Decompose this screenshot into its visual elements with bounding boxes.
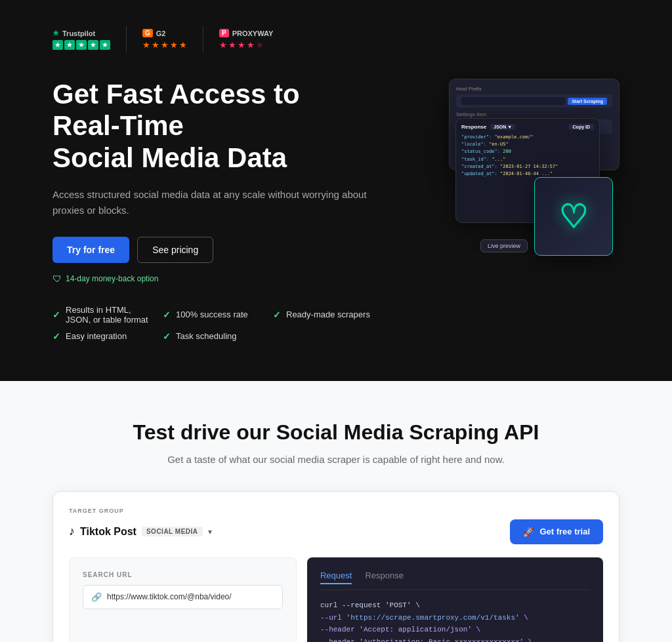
g2-stars: ★ ★ ★ ★ ★: [142, 40, 187, 50]
hero-content: Get Fast Access to Real-Time Social Medi…: [52, 79, 620, 342]
hero-cta-group: Try for free See pricing: [52, 237, 370, 263]
divider-2: [203, 26, 203, 52]
ratings-bar: ★ Trustpilot ★ ★ ★ ★ ★ G G2 ★ ★ ★ ★: [52, 26, 620, 52]
check-icon-5: ✓: [163, 331, 171, 342]
proxyway-stars: ★ ★ ★ ★ ★: [219, 40, 264, 50]
divider-1: [126, 26, 127, 52]
code-block: curl --request 'POST' \ --url 'https://s…: [320, 599, 590, 642]
g2-rating: G G2 ★ ★ ★ ★ ★: [142, 29, 187, 50]
check-icon-2: ✓: [163, 310, 171, 320]
see-pricing-button[interactable]: See pricing: [137, 237, 213, 263]
feature-5: ✓ Task scheduling: [163, 331, 260, 342]
demo-panels: SEARCH URL 🔗 Request Response curl --req…: [69, 557, 603, 642]
hero-section: ★ Trustpilot ★ ★ ★ ★ ★ G G2 ★ ★ ★ ★: [0, 0, 672, 381]
feature-4: ✓ Easy integration: [52, 331, 150, 342]
url-input[interactable]: [107, 592, 274, 601]
g2-label: G2: [156, 30, 166, 37]
code-panel: Request Response curl --request 'POST' \…: [307, 557, 603, 642]
demo-widget: TARGET GROUP ♪ Tiktok Post SOCIAL MEDIA …: [52, 491, 620, 642]
social-media-badge: SOCIAL MEDIA: [142, 527, 203, 536]
link-icon: 🔗: [91, 592, 102, 602]
target-group-row: ♪ Tiktok Post SOCIAL MEDIA ▾ 🚀 Get free …: [69, 519, 603, 544]
demo-section: Test drive our Social Media Scraping API…: [0, 381, 672, 642]
feature-3: ✓ Ready-made scrapers: [273, 305, 370, 325]
money-back-note: 🛡 14-day money-back option: [52, 273, 370, 284]
feature-1: ✓ Results in HTML, JSON, or table format: [52, 305, 150, 325]
proxyway-rating: P PROXYWAY ★ ★ ★ ★ ★: [219, 29, 273, 50]
ui-card-heart: ♡: [534, 177, 613, 256]
code-tabs: Request Response: [320, 571, 590, 590]
tab-response[interactable]: Response: [365, 571, 404, 584]
json-preview: "provider": "example.com/" "locale": "en…: [461, 134, 594, 178]
demo-section-subtitle: Get a taste of what our social media scr…: [52, 454, 620, 465]
trustpilot-rating: ★ Trustpilot ★ ★ ★ ★ ★: [52, 29, 110, 50]
demo-section-title: Test drive our Social Media Scraping API: [52, 420, 620, 445]
get-free-trial-button[interactable]: 🚀 Get free trial: [510, 519, 603, 544]
search-url-panel: SEARCH URL 🔗: [69, 557, 297, 642]
chevron-down-icon[interactable]: ▾: [208, 527, 212, 536]
target-selector[interactable]: ♪ Tiktok Post SOCIAL MEDIA ▾: [69, 525, 212, 538]
live-preview-badge: Live preview: [480, 239, 528, 252]
target-group-section: TARGET GROUP ♪ Tiktok Post SOCIAL MEDIA …: [69, 508, 603, 544]
target-group-label: TARGET GROUP: [69, 508, 603, 514]
trustpilot-stars: ★ ★ ★ ★ ★: [52, 40, 110, 50]
shield-icon: 🛡: [52, 273, 62, 284]
heart-icon: ♡: [559, 197, 589, 235]
hero-left-col: Get Fast Access to Real-Time Social Medi…: [52, 79, 370, 342]
hero-visual: Host Prefix Start Scraping Settings item…: [370, 79, 620, 262]
hero-title: Get Fast Access to Real-Time Social Medi…: [52, 79, 370, 174]
target-name: Tiktok Post: [80, 526, 136, 538]
features-grid: ✓ Results in HTML, JSON, or table format…: [52, 305, 370, 342]
proxyway-label: PROXYWAY: [232, 30, 274, 37]
rocket-icon: 🚀: [523, 527, 534, 537]
check-icon-3: ✓: [273, 310, 281, 320]
hero-subtitle: Access structured social media data at a…: [52, 187, 370, 218]
feature-2: ✓ 100% success rate: [163, 305, 260, 325]
check-icon-4: ✓: [52, 331, 60, 342]
trustpilot-label: Trustpilot: [62, 30, 95, 37]
tab-request[interactable]: Request: [320, 571, 352, 584]
check-icon-1: ✓: [52, 310, 60, 320]
search-url-label: SEARCH URL: [83, 571, 283, 578]
try-for-free-button[interactable]: Try for free: [52, 237, 129, 263]
tiktok-icon: ♪: [69, 525, 75, 538]
url-input-wrapper[interactable]: 🔗: [83, 585, 283, 609]
